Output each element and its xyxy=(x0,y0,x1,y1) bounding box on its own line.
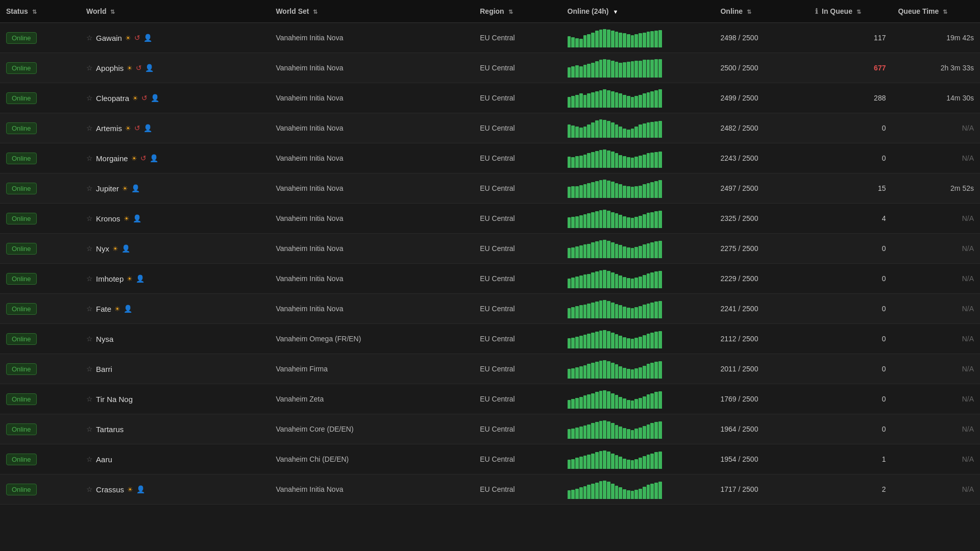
bar xyxy=(603,420,606,439)
bar xyxy=(603,300,606,318)
column-worldset[interactable]: World Set ⇅ xyxy=(270,0,474,23)
world-cell: ☆Fate☀👤 xyxy=(80,294,270,324)
bar xyxy=(587,485,591,499)
favorite-icon[interactable]: ☆ xyxy=(86,335,93,343)
table-row[interactable]: Online☆Cleopatra☀↺👤Vanaheim Initia NovaE… xyxy=(0,83,980,113)
bar xyxy=(575,398,579,409)
bar xyxy=(607,271,610,288)
bar xyxy=(647,153,650,168)
bar-chart xyxy=(568,179,662,198)
table-row[interactable]: Online☆Fate☀👤Vanaheim Initia NovaEU Cent… xyxy=(0,294,980,324)
table-row[interactable]: Online☆NysaVanaheim Omega (FR/EN)EU Cent… xyxy=(0,324,980,354)
bar xyxy=(643,335,646,348)
favorite-icon[interactable]: ☆ xyxy=(86,244,93,253)
bar xyxy=(623,186,626,198)
favorite-icon[interactable]: ☆ xyxy=(86,34,93,42)
bar xyxy=(619,427,622,439)
table-row[interactable]: Online☆Kronos☀👤Vanaheim Initia NovaEU Ce… xyxy=(0,204,980,234)
column-status[interactable]: Status ⇅ xyxy=(0,0,80,23)
queuetime-value: N/A xyxy=(962,154,974,162)
bar xyxy=(623,398,626,409)
world-cell: ☆Nysa xyxy=(80,324,270,354)
bar xyxy=(583,65,587,78)
world-cell: ☆Crassus☀👤 xyxy=(80,474,270,505)
column-queuetime[interactable]: Queue Time ⇅ xyxy=(892,0,980,23)
bar xyxy=(603,210,606,228)
table-row[interactable]: Online☆TartarusVanaheim Core (DE/EN)EU C… xyxy=(0,414,980,444)
favorite-icon[interactable]: ☆ xyxy=(86,64,93,72)
bar xyxy=(591,33,595,47)
bar xyxy=(591,333,595,348)
column-region[interactable]: Region ⇅ xyxy=(474,0,561,23)
bar xyxy=(599,180,603,198)
table-row[interactable]: Online☆Morgaine☀↺👤Vanaheim Initia NovaEU… xyxy=(0,143,980,173)
favorite-icon[interactable]: ☆ xyxy=(86,455,93,463)
table-row[interactable]: Online☆Gawain☀↺👤Vanaheim Initia NovaEU C… xyxy=(0,23,980,53)
bar xyxy=(599,300,603,318)
bar-chart xyxy=(568,419,662,439)
online-count-cell: 2275 / 2500 xyxy=(714,234,809,264)
bar xyxy=(647,60,650,78)
favorite-icon[interactable]: ☆ xyxy=(86,395,93,403)
favorite-icon[interactable]: ☆ xyxy=(86,214,93,222)
favorite-icon[interactable]: ☆ xyxy=(86,485,93,493)
table-row[interactable]: Online☆AaruVanaheim Chi (DE/EN)EU Centra… xyxy=(0,444,980,474)
bar xyxy=(619,155,622,168)
favorite-icon[interactable]: ☆ xyxy=(86,365,93,373)
online24h-chart-cell xyxy=(561,264,715,294)
bar xyxy=(575,38,579,47)
table-row[interactable]: Online☆Tir Na NogVanaheim ZetaEU Central… xyxy=(0,384,980,414)
bar xyxy=(595,452,599,469)
bar xyxy=(634,96,638,108)
favorite-icon[interactable]: ☆ xyxy=(86,305,93,313)
bar xyxy=(615,153,619,168)
bar xyxy=(579,156,583,168)
bar xyxy=(611,91,615,108)
world-cell: ☆Morgaine☀↺👤 xyxy=(80,143,270,173)
column-online24h[interactable]: Online (24h) ▼ xyxy=(561,0,715,23)
table-row[interactable]: Online☆Crassus☀👤Vanaheim Initia NovaEU C… xyxy=(0,474,980,505)
bar xyxy=(587,153,591,168)
bar xyxy=(587,334,591,348)
column-online[interactable]: Online ⇅ xyxy=(714,0,809,23)
table-row[interactable]: Online☆Artemis☀↺👤Vanaheim Initia NovaEU … xyxy=(0,113,980,143)
status-badge: Online xyxy=(6,243,37,255)
table-row[interactable]: Online☆Nyx☀👤Vanaheim Initia NovaEU Centr… xyxy=(0,234,980,264)
table-row[interactable]: Online☆Apophis☀↺👤Vanaheim Initia NovaEU … xyxy=(0,53,980,83)
bar xyxy=(595,422,599,439)
world-name: Aaru xyxy=(96,455,112,464)
favorite-icon[interactable]: ☆ xyxy=(86,124,93,132)
bar xyxy=(650,182,654,198)
status-badge: Online xyxy=(6,92,37,104)
reset-icon: ↺ xyxy=(140,154,146,162)
inqueue-value: 0 xyxy=(882,244,886,253)
column-inqueue[interactable]: ℹ In Queue ⇅ xyxy=(809,0,892,23)
sun-icon: ☀ xyxy=(125,34,131,42)
table-row[interactable]: Online☆Jupiter☀👤Vanaheim Initia NovaEU C… xyxy=(0,173,980,204)
bar xyxy=(650,272,654,288)
sun-icon: ☀ xyxy=(112,245,118,253)
bar xyxy=(611,212,615,228)
bar xyxy=(634,157,638,168)
online24h-chart-cell xyxy=(561,414,715,444)
favorite-icon[interactable]: ☆ xyxy=(86,274,93,283)
table-row[interactable]: Online☆Imhotep☀👤Vanaheim Initia NovaEU C… xyxy=(0,264,980,294)
bar xyxy=(647,394,650,409)
favorite-icon[interactable]: ☆ xyxy=(86,94,93,102)
bar xyxy=(587,394,591,409)
column-world[interactable]: World ⇅ xyxy=(80,0,270,23)
group-icon: 👤 xyxy=(136,274,144,283)
inqueue-value: 0 xyxy=(882,305,886,313)
status-cell: Online xyxy=(0,173,80,204)
bar xyxy=(583,335,587,348)
bar xyxy=(607,30,610,47)
queuetime-cell: N/A xyxy=(892,294,980,324)
bar xyxy=(658,331,662,348)
table-row[interactable]: Online☆BarriVanaheim FirmaEU Central2011… xyxy=(0,354,980,384)
favorite-icon[interactable]: ☆ xyxy=(86,154,93,162)
favorite-icon[interactable]: ☆ xyxy=(86,425,93,433)
sort-worldset-icon: ⇅ xyxy=(313,9,317,15)
favorite-icon[interactable]: ☆ xyxy=(86,184,93,192)
status-cell: Online xyxy=(0,113,80,143)
bar xyxy=(634,490,638,499)
